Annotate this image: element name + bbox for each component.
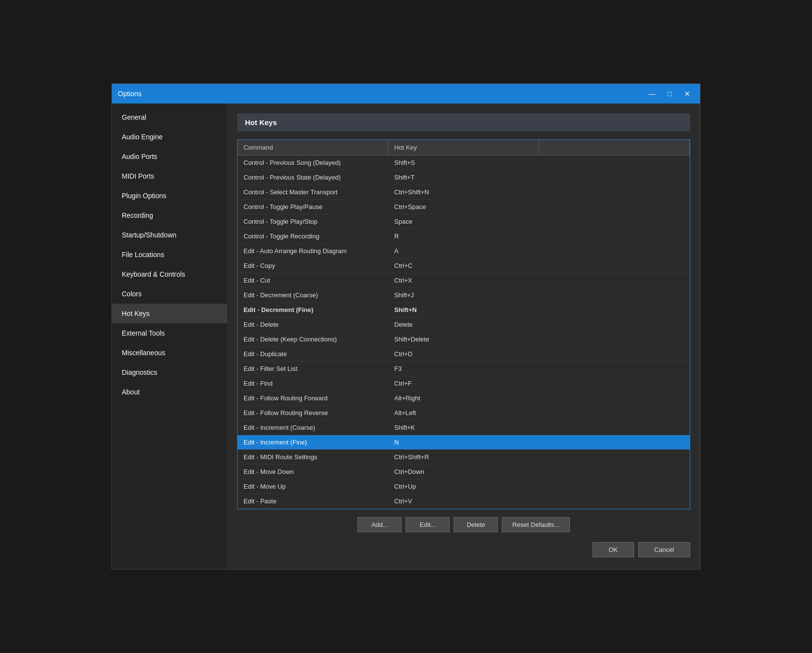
sidebar-item-audio-ports[interactable]: Audio Ports <box>112 147 227 166</box>
sidebar: GeneralAudio EngineAudio PortsMIDI Ports… <box>112 104 227 569</box>
cell-command: Edit - Duplicate <box>238 347 388 361</box>
cell-command: Control - Toggle Recording <box>238 229 388 243</box>
sidebar-item-startup-shutdown[interactable]: Startup/Shutdown <box>112 225 227 245</box>
cell-extra <box>539 185 690 199</box>
table-row[interactable]: Edit - Increment (Coarse)Shift+K <box>238 420 690 435</box>
cell-command: Edit - Find <box>238 376 388 391</box>
section-header: Hot Keys <box>237 113 690 131</box>
content-area: GeneralAudio EngineAudio PortsMIDI Ports… <box>112 104 700 569</box>
sidebar-item-diagnostics[interactable]: Diagnostics <box>112 363 227 382</box>
sidebar-item-midi-ports[interactable]: MIDI Ports <box>112 166 227 186</box>
cell-hotkey: Ctrl+Up <box>388 479 539 494</box>
table-row[interactable]: Edit - Delete (Keep Connections)Shift+De… <box>238 332 690 347</box>
cell-command: Edit - Auto Arrange Routing Diagram <box>238 244 388 258</box>
sidebar-item-colors[interactable]: Colors <box>112 284 227 304</box>
sidebar-item-miscellaneous[interactable]: Miscellaneous <box>112 343 227 363</box>
cell-extra <box>539 244 690 258</box>
cell-command: Edit - Move Up <box>238 479 388 494</box>
cell-command: Edit - Decrement (Fine) <box>238 303 388 317</box>
table-row[interactable]: Edit - CopyCtrl+C <box>238 259 690 273</box>
edit-button[interactable]: Edit... <box>406 517 450 532</box>
reset-defaults-button[interactable]: Reset Defaults... <box>502 517 569 532</box>
cell-extra <box>539 332 690 346</box>
ok-cancel-row: OK Cancel <box>237 538 690 559</box>
cell-command: Edit - Paste <box>238 494 388 508</box>
table-row[interactable]: Edit - DuplicateCtrl+D <box>238 347 690 362</box>
table-row[interactable]: Edit - Move UpCtrl+Up <box>238 479 690 494</box>
table-row[interactable]: Edit - FindCtrl+F <box>238 376 690 391</box>
table-row[interactable]: Edit - Filter Set ListF3 <box>238 362 690 376</box>
cell-extra <box>539 479 690 494</box>
cell-hotkey: Ctrl+X <box>388 273 539 287</box>
minimize-button[interactable]: — <box>645 87 659 101</box>
cancel-button[interactable]: Cancel <box>638 542 690 557</box>
table-body: Control - Previous Song (Delayed)Shift+S… <box>238 156 690 509</box>
cell-hotkey: N <box>388 435 539 449</box>
add-button[interactable]: Add... <box>357 517 402 532</box>
sidebar-item-plugin-options[interactable]: Plugin Options <box>112 186 227 206</box>
cell-hotkey: Ctrl+F <box>388 376 539 391</box>
sidebar-item-file-locations[interactable]: File Locations <box>112 245 227 264</box>
cell-hotkey: Shift+Delete <box>388 332 539 346</box>
cell-hotkey: Ctrl+V <box>388 494 539 508</box>
header-command: Command <box>238 140 388 155</box>
table-row[interactable]: Edit - Decrement (Fine)Shift+N <box>238 303 690 317</box>
cell-command: Edit - Follow Routing Forward <box>238 391 388 405</box>
table-row[interactable]: Edit - Move DownCtrl+Down <box>238 465 690 479</box>
cell-hotkey: Shift+S <box>388 156 539 170</box>
sidebar-item-hot-keys[interactable]: Hot Keys <box>112 304 227 323</box>
table-row[interactable]: Edit - Decrement (Coarse)Shift+J <box>238 288 690 303</box>
table-row[interactable]: Edit - MIDI Route SettingsCtrl+Shift+R <box>238 450 690 465</box>
table-row[interactable]: Edit - Follow Routing ReverseAlt+Left <box>238 406 690 420</box>
cell-hotkey: Ctrl+C <box>388 259 539 273</box>
delete-button[interactable]: Delete <box>454 517 498 532</box>
cell-extra <box>539 303 690 317</box>
cell-command: Edit - Follow Routing Reverse <box>238 406 388 420</box>
cell-hotkey: Shift+N <box>388 303 539 317</box>
sidebar-item-recording[interactable]: Recording <box>112 206 227 225</box>
cell-command: Edit - Increment (Fine) <box>238 435 388 449</box>
cell-hotkey: Space <box>388 214 539 229</box>
sidebar-item-general[interactable]: General <box>112 107 227 127</box>
ok-button[interactable]: OK <box>593 542 634 557</box>
table-row[interactable]: Control - Toggle Play/PauseCtrl+Space <box>238 200 690 214</box>
cell-hotkey: Shift+J <box>388 288 539 302</box>
cell-extra <box>539 362 690 376</box>
cell-hotkey: Alt+Left <box>388 406 539 420</box>
sidebar-item-about[interactable]: About <box>112 382 227 402</box>
window-title: Options <box>118 90 141 98</box>
cell-hotkey: Ctrl+D <box>388 347 539 361</box>
header-hotkey: Hot Key <box>388 140 539 155</box>
cell-hotkey: Ctrl+Space <box>388 200 539 214</box>
sidebar-item-external-tools[interactable]: External Tools <box>112 323 227 343</box>
table-row[interactable]: Edit - PasteCtrl+V <box>238 494 690 509</box>
cell-extra <box>539 465 690 479</box>
table-row[interactable]: Edit - Auto Arrange Routing DiagramA <box>238 244 690 259</box>
maximize-button[interactable]: □ <box>663 87 677 101</box>
hotkeys-table-container: Command Hot Key Control - Previous Song … <box>237 139 690 509</box>
cell-hotkey: Shift+K <box>388 420 539 435</box>
cell-extra <box>539 450 690 464</box>
cell-extra <box>539 347 690 361</box>
cell-extra <box>539 214 690 229</box>
sidebar-item-keyboard-controls[interactable]: Keyboard & Controls <box>112 264 227 284</box>
main-panel: Hot Keys Command Hot Key Control - Previ… <box>227 104 700 569</box>
cell-extra <box>539 170 690 184</box>
table-row[interactable]: Control - Toggle Play/StopSpace <box>238 214 690 229</box>
table-row[interactable]: Edit - Follow Routing ForwardAlt+Right <box>238 391 690 406</box>
cell-extra <box>539 273 690 287</box>
cell-hotkey: Ctrl+Shift+R <box>388 450 539 464</box>
table-row[interactable]: Control - Select Master TransportCtrl+Sh… <box>238 185 690 200</box>
cell-command: Edit - Increment (Coarse) <box>238 420 388 435</box>
table-row[interactable]: Edit - DeleteDelete <box>238 317 690 332</box>
sidebar-item-audio-engine[interactable]: Audio Engine <box>112 127 227 147</box>
close-button[interactable]: ✕ <box>680 87 694 101</box>
table-row[interactable]: Edit - CutCtrl+X <box>238 273 690 288</box>
window-controls: — □ ✕ <box>645 87 694 101</box>
table-row[interactable]: Edit - Increment (Fine)N <box>238 435 690 450</box>
cell-command: Edit - Decrement (Coarse) <box>238 288 388 302</box>
table-row[interactable]: Control - Toggle RecordingR <box>238 229 690 244</box>
cell-extra <box>539 435 690 449</box>
table-row[interactable]: Control - Previous State (Delayed)Shift+… <box>238 170 690 185</box>
table-row[interactable]: Control - Previous Song (Delayed)Shift+S <box>238 156 690 170</box>
